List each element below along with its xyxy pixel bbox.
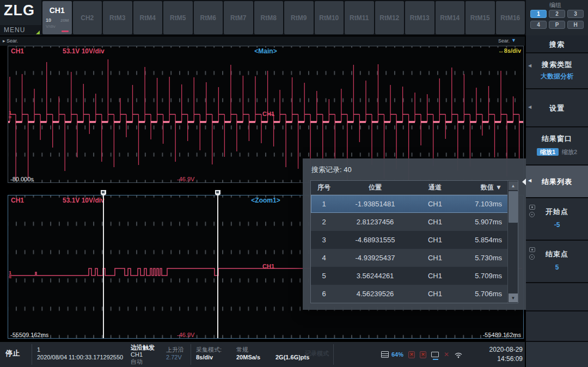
zoom2-badge[interactable]: 缩放2 — [562, 149, 577, 155]
sd-card-error-icon[interactable]: ✕ — [408, 351, 415, 358]
tab-rtm8[interactable]: RtM8 — [254, 1, 284, 34]
tab-ch1[interactable]: CH110V/div20M — [42, 1, 72, 34]
menu-label: MENU — [4, 26, 25, 34]
separator — [333, 344, 334, 365]
channel-tab-bar: CH110V/div20MCH2RtM3RtM4RtM5RtM6RtM7RtM8… — [42, 1, 525, 34]
table-row[interactable]: 22.81237456CH15.907ms — [311, 213, 518, 231]
zoom-ground-marker[interactable]: 1≈ — [9, 271, 11, 279]
main-voltage-label: -46.9V — [177, 176, 194, 182]
group-label: 编组 — [526, 1, 585, 9]
sidebar-item-start-point[interactable]: 开始点 -5 — [526, 198, 588, 240]
trigger-info[interactable]: 边沿触发 CH1 自动 — [131, 344, 155, 365]
start-point-title: 开始点 — [526, 207, 588, 217]
table-row[interactable]: 1-1.93851481CH17.103ms — [311, 195, 518, 213]
run-state-label[interactable]: 停止 — [5, 350, 20, 357]
zoom-left-time-label: -55509.162ms — [10, 332, 48, 338]
table-row[interactable]: 64.56239526CH15.706ms — [311, 285, 518, 303]
tab-rtm3[interactable]: RtM3 — [103, 1, 132, 34]
main-ground-marker[interactable]: 1≈ — [9, 111, 11, 119]
group-panel: 编组 1234PH — [526, 0, 588, 35]
sidebar-header-label: 搜索 — [526, 40, 588, 50]
cursor-b[interactable] — [217, 190, 218, 338]
zoom-right-time-label: -55489.162ms — [483, 332, 521, 338]
tab-rtm12[interactable]: RtM12 — [375, 1, 405, 34]
dim-mode-label: 记录模式 — [305, 350, 329, 357]
right-sidebar: 搜索 ◀ 搜索类型 大数据分析 ◀ 设置 结果窗口 缩放1缩放2 ◀ 结果列表 … — [526, 35, 588, 367]
scroll-down-button[interactable]: ▼ — [509, 293, 518, 302]
oscilloscope-screen: ZLG MENU CH110V/div20MCH2RtM3RtM4RtM5RtM… — [0, 0, 588, 367]
main-left-time-label: -80.000s — [10, 176, 34, 182]
display-network-icon[interactable] — [431, 352, 439, 357]
group-button-4[interactable]: 4 — [530, 21, 547, 29]
results-scrollbar[interactable]: ▲ ▼ — [507, 181, 518, 303]
tab-rtm13[interactable]: RtM13 — [405, 1, 434, 34]
tab-rtm7[interactable]: RtM7 — [224, 1, 253, 34]
acquisition-rate: 常规 20MSa/s — [236, 346, 260, 361]
sd-card2-error-icon[interactable]: ✕ — [420, 351, 426, 358]
scroll-up-button[interactable]: ▲ — [509, 181, 518, 190]
group-buttons: 1234PH — [530, 10, 585, 29]
search-type-title: 搜索类型 — [526, 60, 588, 70]
column-header[interactable]: 位置 — [337, 181, 413, 194]
tab-rtm5[interactable]: RtM5 — [163, 1, 193, 34]
result-window-badges: 缩放1缩放2 — [526, 148, 588, 156]
cursor-a[interactable] — [103, 190, 104, 338]
tab-ch2[interactable]: CH2 — [73, 1, 102, 34]
search-type-value: 大数据分析 — [526, 72, 588, 81]
results-count-label: 搜索记录: 40 — [311, 165, 352, 175]
execute-button[interactable]: 执行 — [526, 342, 588, 367]
main-window-title: <Main> — [8, 47, 523, 55]
sidebar-item-end-point[interactable]: 结束点 5 — [526, 241, 588, 282]
sidebar-item-result-window[interactable]: 结果窗口 缩放1缩放2 — [526, 127, 588, 164]
usb-disconnected-icon[interactable]: ✕ — [444, 351, 449, 358]
group-button-2[interactable]: 2 — [549, 10, 565, 18]
tab-rtm4[interactable]: RtM4 — [133, 1, 163, 34]
tab-rtm16[interactable]: RtM16 — [496, 1, 525, 34]
group-button-1[interactable]: 1 — [530, 10, 547, 18]
search-strip-left-label: ▸ Sear. — [3, 38, 18, 44]
sidebar-item-settings[interactable]: ◀ 设置 — [526, 89, 588, 126]
result-window-title: 结果窗口 — [526, 134, 588, 144]
acquisition-mode-timebase[interactable]: 采集模式: 8s/div — [196, 346, 222, 361]
system-tray: 64% ✕ ✕ ✕ — [381, 347, 463, 362]
zoom1-badge[interactable]: 缩放1 — [537, 148, 559, 156]
scroll-thumb[interactable] — [509, 191, 518, 223]
main-timebase-label: ↔8s/div — [498, 47, 521, 54]
separator — [191, 344, 191, 365]
brand-block: ZLG MENU — [0, 0, 41, 35]
result-list-title: 结果列表 — [526, 177, 588, 187]
menu-button[interactable]: MENU — [0, 25, 41, 35]
table-row[interactable]: 3-4.68931555CH15.854ms — [311, 231, 518, 249]
settings-title: 设置 — [526, 103, 588, 113]
tab-rtm10[interactable]: RtM10 — [315, 1, 344, 34]
table-row[interactable]: 53.56244261CH15.709ms — [311, 267, 518, 285]
group-button-p[interactable]: P — [549, 21, 565, 29]
storage-icon[interactable] — [381, 351, 389, 358]
results-table-body: 1-1.93851481CH17.103ms22.81237456CH15.90… — [311, 195, 518, 303]
sidebar-item-search-type[interactable]: ◀ 搜索类型 大数据分析 — [526, 53, 588, 88]
channel-color-mark — [62, 30, 69, 32]
zlg-logo: ZLG — [4, 2, 35, 19]
column-header[interactable]: 通道 — [413, 181, 457, 194]
sidebar-item-result-list[interactable]: ◀ 结果列表 — [526, 166, 588, 197]
sidebar-empty-panel — [526, 283, 588, 310]
group-button-h[interactable]: H — [567, 21, 584, 29]
storage-percent: 64% — [391, 351, 403, 358]
end-point-value: 5 — [526, 264, 588, 271]
results-table-header: 序号位置通道数值 ▼ — [311, 181, 518, 195]
tab-rtm9[interactable]: RtM9 — [284, 1, 314, 34]
tab-rtm6[interactable]: RtM6 — [194, 1, 223, 34]
tab-rtm11[interactable]: RtM11 — [345, 1, 374, 34]
system-datetime[interactable]: 2020-08-29 14:56:09 — [489, 345, 523, 364]
column-header[interactable]: 数值 ▼ — [457, 181, 507, 194]
tab-rtm14[interactable]: RtM14 — [436, 1, 465, 34]
sidebar-empty-panel — [526, 311, 588, 341]
wifi-icon[interactable] — [454, 351, 463, 358]
group-button-3[interactable]: 3 — [567, 10, 584, 18]
tab-rtm15[interactable]: RtM15 — [465, 1, 495, 34]
main-trace-channel-tag: CH1 — [262, 111, 274, 117]
start-point-value: -5 — [526, 221, 588, 229]
results-table: 序号位置通道数值 ▼ 1-1.93851481CH17.103ms22.8123… — [310, 180, 518, 303]
column-header[interactable]: 序号 — [311, 181, 337, 194]
table-row[interactable]: 4-4.93925437CH15.730ms — [311, 249, 518, 267]
